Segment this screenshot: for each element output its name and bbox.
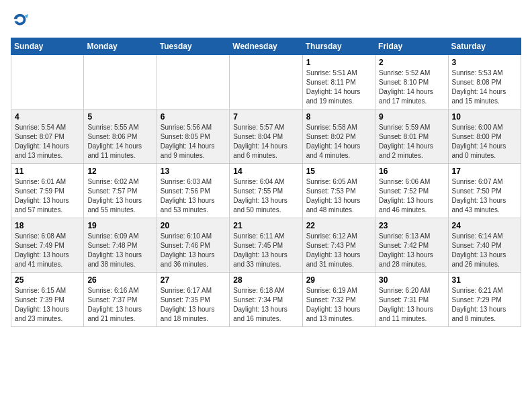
day-info: Sunrise: 6:07 AM Sunset: 7:50 PM Dayligh… <box>452 177 517 215</box>
day-number: 8 <box>306 112 371 122</box>
day-info: Sunrise: 5:55 AM Sunset: 8:06 PM Dayligh… <box>87 123 152 161</box>
header <box>11 11 521 30</box>
calendar-cell: 26Sunrise: 6:16 AM Sunset: 7:37 PM Dayli… <box>84 273 157 327</box>
day-info: Sunrise: 5:57 AM Sunset: 8:04 PM Dayligh… <box>233 123 298 161</box>
day-info: Sunrise: 6:18 AM Sunset: 7:34 PM Dayligh… <box>233 286 298 324</box>
day-number: 30 <box>379 275 444 285</box>
day-info: Sunrise: 6:10 AM Sunset: 7:46 PM Dayligh… <box>161 232 226 269</box>
day-info: Sunrise: 6:14 AM Sunset: 7:40 PM Dayligh… <box>452 232 517 269</box>
calendar-cell: 16Sunrise: 6:06 AM Sunset: 7:52 PM Dayli… <box>375 164 448 218</box>
calendar-cell <box>157 55 229 109</box>
calendar-cell: 14Sunrise: 6:04 AM Sunset: 7:55 PM Dayli… <box>230 164 302 218</box>
calendar-cell: 31Sunrise: 6:21 AM Sunset: 7:29 PM Dayli… <box>448 273 521 327</box>
day-info: Sunrise: 5:52 AM Sunset: 8:10 PM Dayligh… <box>379 68 444 106</box>
day-number: 16 <box>379 167 444 176</box>
day-info: Sunrise: 6:01 AM Sunset: 7:59 PM Dayligh… <box>15 177 80 215</box>
calendar-cell: 11Sunrise: 6:01 AM Sunset: 7:59 PM Dayli… <box>11 164 84 218</box>
day-info: Sunrise: 6:02 AM Sunset: 7:57 PM Dayligh… <box>87 177 152 215</box>
day-info: Sunrise: 5:59 AM Sunset: 8:01 PM Dayligh… <box>379 123 444 161</box>
calendar-cell <box>84 55 157 109</box>
weekday-header-thursday: Thursday <box>302 38 375 55</box>
calendar-cell: 10Sunrise: 6:00 AM Sunset: 8:00 PM Dayli… <box>448 109 521 164</box>
day-info: Sunrise: 6:17 AM Sunset: 7:35 PM Dayligh… <box>161 286 226 324</box>
calendar-cell: 20Sunrise: 6:10 AM Sunset: 7:46 PM Dayli… <box>157 218 229 273</box>
calendar-cell: 15Sunrise: 6:05 AM Sunset: 7:53 PM Dayli… <box>302 164 375 218</box>
day-number: 4 <box>15 112 80 122</box>
calendar-cell: 22Sunrise: 6:12 AM Sunset: 7:43 PM Dayli… <box>302 218 375 273</box>
day-number: 12 <box>87 167 152 176</box>
day-number: 20 <box>161 221 226 230</box>
calendar-cell: 5Sunrise: 5:55 AM Sunset: 8:06 PM Daylig… <box>84 109 157 164</box>
day-number: 22 <box>306 221 371 230</box>
calendar-cell: 18Sunrise: 6:08 AM Sunset: 7:49 PM Dayli… <box>11 218 84 273</box>
day-info: Sunrise: 6:12 AM Sunset: 7:43 PM Dayligh… <box>306 232 371 269</box>
day-info: Sunrise: 6:11 AM Sunset: 7:45 PM Dayligh… <box>233 232 298 269</box>
day-info: Sunrise: 6:06 AM Sunset: 7:52 PM Dayligh… <box>379 177 444 215</box>
day-info: Sunrise: 6:04 AM Sunset: 7:55 PM Dayligh… <box>233 177 298 215</box>
day-number: 31 <box>452 275 517 285</box>
calendar-cell: 21Sunrise: 6:11 AM Sunset: 7:45 PM Dayli… <box>230 218 302 273</box>
day-number: 27 <box>161 275 226 285</box>
week-row-5: 25Sunrise: 6:15 AM Sunset: 7:39 PM Dayli… <box>11 273 521 327</box>
day-number: 17 <box>452 167 517 176</box>
day-info: Sunrise: 5:53 AM Sunset: 8:08 PM Dayligh… <box>452 68 517 106</box>
day-info: Sunrise: 6:03 AM Sunset: 7:56 PM Dayligh… <box>161 177 226 215</box>
calendar-cell: 8Sunrise: 5:58 AM Sunset: 8:02 PM Daylig… <box>302 109 375 164</box>
day-number: 13 <box>161 167 226 176</box>
day-number: 23 <box>379 221 444 230</box>
day-number: 21 <box>233 221 298 230</box>
day-info: Sunrise: 6:13 AM Sunset: 7:42 PM Dayligh… <box>379 232 444 269</box>
day-number: 18 <box>15 221 80 230</box>
week-row-1: 1Sunrise: 5:51 AM Sunset: 8:11 PM Daylig… <box>11 55 521 109</box>
day-info: Sunrise: 5:51 AM Sunset: 8:11 PM Dayligh… <box>306 68 371 106</box>
day-info: Sunrise: 5:56 AM Sunset: 8:05 PM Dayligh… <box>161 123 226 161</box>
week-row-4: 18Sunrise: 6:08 AM Sunset: 7:49 PM Dayli… <box>11 218 521 273</box>
weekday-header-friday: Friday <box>375 38 448 55</box>
calendar-cell: 3Sunrise: 5:53 AM Sunset: 8:08 PM Daylig… <box>448 55 521 109</box>
calendar-cell: 27Sunrise: 6:17 AM Sunset: 7:35 PM Dayli… <box>157 273 229 327</box>
day-number: 25 <box>15 275 80 285</box>
calendar-cell: 7Sunrise: 5:57 AM Sunset: 8:04 PM Daylig… <box>230 109 302 164</box>
calendar-cell: 1Sunrise: 5:51 AM Sunset: 8:11 PM Daylig… <box>302 55 375 109</box>
day-number: 26 <box>87 275 152 285</box>
calendar-cell: 17Sunrise: 6:07 AM Sunset: 7:50 PM Dayli… <box>448 164 521 218</box>
day-number: 6 <box>161 112 226 122</box>
week-row-3: 11Sunrise: 6:01 AM Sunset: 7:59 PM Dayli… <box>11 164 521 218</box>
day-info: Sunrise: 6:05 AM Sunset: 7:53 PM Dayligh… <box>306 177 371 215</box>
day-number: 19 <box>87 221 152 230</box>
day-info: Sunrise: 6:08 AM Sunset: 7:49 PM Dayligh… <box>15 232 80 269</box>
day-info: Sunrise: 5:58 AM Sunset: 8:02 PM Dayligh… <box>306 123 371 161</box>
calendar-cell <box>11 55 84 109</box>
day-number: 10 <box>452 112 517 122</box>
day-info: Sunrise: 5:54 AM Sunset: 8:07 PM Dayligh… <box>15 123 80 161</box>
day-number: 3 <box>452 58 517 67</box>
weekday-header-row: SundayMondayTuesdayWednesdayThursdayFrid… <box>11 38 521 55</box>
calendar-cell: 9Sunrise: 5:59 AM Sunset: 8:01 PM Daylig… <box>375 109 448 164</box>
calendar-cell: 30Sunrise: 6:20 AM Sunset: 7:31 PM Dayli… <box>375 273 448 327</box>
week-row-2: 4Sunrise: 5:54 AM Sunset: 8:07 PM Daylig… <box>11 109 521 164</box>
calendar-cell: 29Sunrise: 6:19 AM Sunset: 7:32 PM Dayli… <box>302 273 375 327</box>
calendar-cell: 13Sunrise: 6:03 AM Sunset: 7:56 PM Dayli… <box>157 164 229 218</box>
calendar-cell: 23Sunrise: 6:13 AM Sunset: 7:42 PM Dayli… <box>375 218 448 273</box>
day-info: Sunrise: 6:21 AM Sunset: 7:29 PM Dayligh… <box>452 286 517 324</box>
calendar-cell: 24Sunrise: 6:14 AM Sunset: 7:40 PM Dayli… <box>448 218 521 273</box>
weekday-header-sunday: Sunday <box>11 38 84 55</box>
calendar-cell: 12Sunrise: 6:02 AM Sunset: 7:57 PM Dayli… <box>84 164 157 218</box>
day-number: 24 <box>452 221 517 230</box>
day-number: 9 <box>379 112 444 122</box>
calendar-table: SundayMondayTuesdayWednesdayThursdayFrid… <box>11 38 521 327</box>
calendar-cell: 2Sunrise: 5:52 AM Sunset: 8:10 PM Daylig… <box>375 55 448 109</box>
weekday-header-wednesday: Wednesday <box>230 38 302 55</box>
day-info: Sunrise: 6:00 AM Sunset: 8:00 PM Dayligh… <box>452 123 517 161</box>
day-number: 1 <box>306 58 371 67</box>
day-info: Sunrise: 6:15 AM Sunset: 7:39 PM Dayligh… <box>15 286 80 324</box>
calendar-cell: 25Sunrise: 6:15 AM Sunset: 7:39 PM Dayli… <box>11 273 84 327</box>
day-info: Sunrise: 6:16 AM Sunset: 7:37 PM Dayligh… <box>87 286 152 324</box>
calendar-cell: 28Sunrise: 6:18 AM Sunset: 7:34 PM Dayli… <box>230 273 302 327</box>
day-info: Sunrise: 6:19 AM Sunset: 7:32 PM Dayligh… <box>306 286 371 324</box>
weekday-header-monday: Monday <box>84 38 157 55</box>
day-number: 14 <box>233 167 298 176</box>
calendar-cell: 6Sunrise: 5:56 AM Sunset: 8:05 PM Daylig… <box>157 109 229 164</box>
weekday-header-saturday: Saturday <box>448 38 521 55</box>
day-number: 2 <box>379 58 444 67</box>
